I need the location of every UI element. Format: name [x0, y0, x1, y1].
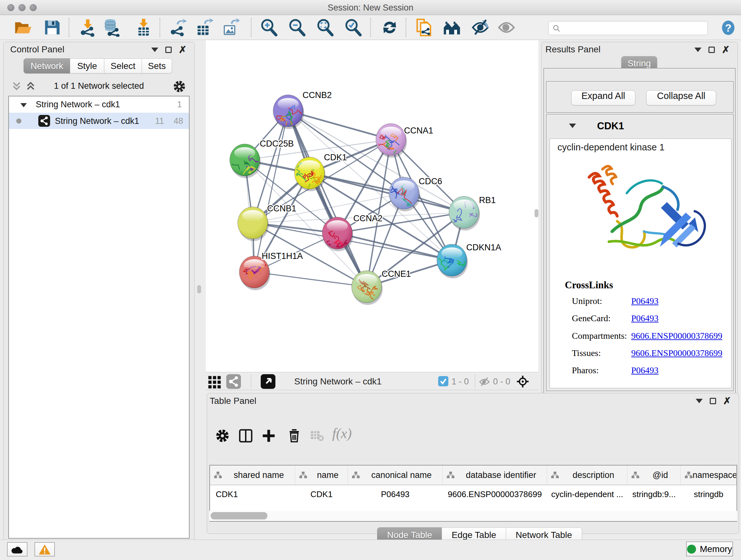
results-panel-float-icon[interactable] — [694, 48, 701, 52]
network-options-gear-icon[interactable] — [173, 80, 186, 95]
network-node-HIST1H1A[interactable]: HIST1H1A — [239, 251, 303, 290]
column-header-namespace[interactable]: namespace — [681, 465, 737, 485]
hide-selected-button[interactable] — [471, 18, 489, 37]
column-header-canonical-name[interactable]: canonical name — [348, 465, 443, 485]
network-tree-row[interactable]: String Network – cdk11 — [9, 97, 189, 113]
expand-collapse-row: Expand All Collapse All — [546, 81, 734, 113]
zoom-fit-button[interactable] — [316, 18, 334, 37]
table-panel-float-icon[interactable] — [696, 399, 703, 403]
node-result-section: CDK1 cyclin-dependent kinase 1 — [546, 114, 734, 391]
control-panel-tabs: NetworkStyleSelectSets — [24, 58, 172, 73]
table-panel-title: Table Panel — [210, 396, 256, 406]
tree-expander-icon[interactable] — [20, 100, 27, 110]
memory-button[interactable]: Memory — [686, 542, 733, 557]
open-session-button[interactable] — [13, 18, 32, 37]
protein-structure-image — [564, 155, 718, 279]
import-network-database-button[interactable] — [103, 18, 121, 37]
add-column-icon[interactable] — [261, 428, 276, 444]
control-panel-close-icon[interactable]: ✗ — [179, 47, 187, 53]
network-node-CDKN1A[interactable]: CDKN1A — [436, 243, 501, 278]
zoom-out-button[interactable] — [288, 18, 307, 37]
titlebar: Session: New Session — [0, 0, 741, 15]
network-node-RB1[interactable]: RB1 — [449, 195, 496, 231]
table-panel-close-icon[interactable]: ✗ — [723, 398, 731, 404]
svg-text:?: ? — [725, 22, 731, 34]
zoom-in-button[interactable] — [260, 18, 278, 37]
table-horizontal-scrollbar[interactable] — [209, 511, 737, 521]
cell-description[interactable]: cyclin-dependent ... — [547, 485, 627, 503]
cell-canonical-name[interactable]: P06493 — [348, 485, 443, 503]
left-splitter-handle[interactable] — [197, 285, 201, 294]
network-node-CCNB1[interactable]: CCNB1 — [238, 204, 296, 241]
network-canvas[interactable]: CCNB2CCNA1CDC25BCDK1CDC6RB1CCNB1CCNA2CDK… — [206, 40, 538, 372]
warning-button[interactable] — [35, 542, 55, 557]
hidden-eye-icon — [479, 376, 490, 389]
network-tree-row[interactable]: String Network – cdk11148 — [9, 113, 189, 129]
selected-checkbox-icon[interactable] — [438, 376, 448, 386]
edge-CCNB2-HIST1H1A[interactable] — [254, 111, 288, 272]
crosslink-label: Pharos: — [572, 365, 599, 375]
cloud-button[interactable] — [7, 542, 27, 557]
crosslink-row: Compartments:9606.ENSP00000378699 — [572, 331, 627, 341]
network-status-dot — [16, 118, 21, 124]
import-table-file-button[interactable] — [134, 18, 153, 37]
control-panel-maximize-icon[interactable] — [165, 47, 172, 53]
control-tab-sets[interactable]: Sets — [142, 58, 172, 73]
control-tab-select[interactable]: Select — [104, 58, 142, 73]
crosslink-value-link[interactable]: P06493 — [631, 296, 659, 306]
collection-count: 1 — [177, 100, 182, 110]
refresh-button[interactable] — [381, 18, 399, 37]
cell-shared-name[interactable]: CDK1 — [210, 485, 295, 503]
network-node-CCNB2[interactable]: CCNB2 — [273, 90, 332, 131]
export-table-button[interactable] — [195, 18, 213, 37]
crosslink-value-link[interactable]: 9606.ENSP00000378699 — [631, 331, 722, 341]
export-network-button[interactable] — [169, 18, 187, 37]
cell-database-identifier[interactable]: 9606.ENSP00000378699 — [443, 485, 547, 503]
right-splitter-handle[interactable] — [535, 209, 538, 217]
network-tree: String Network – cdk11String Network – c… — [8, 96, 190, 539]
table-row[interactable]: CDK1CDK1P064939606.ENSP00000378699cyclin… — [210, 485, 737, 503]
network-share-icon[interactable] — [226, 374, 241, 389]
network-node-CDK1[interactable]: CDK1 — [290, 152, 347, 191]
expand-all-button[interactable]: Expand All — [571, 90, 635, 105]
cell-name[interactable]: CDK1 — [295, 485, 348, 503]
results-panel: Results Panel ✗ String Expand All Collap… — [541, 42, 738, 396]
import-network-file-button[interactable] — [78, 18, 97, 37]
zoom-selected-button[interactable] — [344, 18, 362, 37]
cell--id[interactable]: stringdb:9... — [627, 485, 681, 503]
cell-namespace[interactable]: stringdb — [681, 485, 737, 503]
table-settings-gear-icon[interactable] — [215, 428, 230, 444]
main-toolbar: ? — [0, 15, 741, 40]
crosslink-value-link[interactable]: P06493 — [631, 365, 659, 375]
save-session-button[interactable] — [43, 18, 61, 37]
delete-column-icon[interactable] — [287, 428, 301, 444]
crosshair-icon[interactable] — [516, 375, 529, 389]
network-node-CDC6[interactable]: CDC6 — [389, 177, 442, 211]
section-collapse-icon[interactable] — [569, 124, 576, 128]
birds-eye-view-icon[interactable] — [261, 374, 275, 389]
results-panel-maximize-icon[interactable] — [709, 47, 715, 53]
control-panel-float-icon[interactable] — [151, 48, 158, 52]
column-header-name[interactable]: name — [295, 465, 348, 485]
edge-HIST1H1A-CCNE1[interactable] — [254, 272, 367, 287]
help-button[interactable]: ? — [721, 20, 736, 36]
control-tab-style[interactable]: Style — [70, 58, 105, 73]
clone-network-button[interactable] — [415, 18, 433, 37]
collapse-all-button[interactable]: Collapse All — [646, 90, 716, 105]
crosslink-value-link[interactable]: 9606.ENSP00000378699 — [631, 348, 722, 358]
grid-view-icon[interactable] — [207, 374, 222, 389]
table-panel-maximize-icon[interactable] — [710, 398, 716, 404]
export-image-button[interactable] — [221, 18, 239, 37]
results-panel-close-icon[interactable]: ✗ — [722, 47, 730, 53]
show-all-button[interactable] — [497, 18, 516, 37]
search-input[interactable] — [548, 21, 708, 35]
column-header--id[interactable]: @id — [627, 465, 681, 485]
column-header-database-identifier[interactable]: database identifier — [443, 465, 547, 485]
home-networks-button[interactable] — [443, 18, 461, 37]
show-columns-icon[interactable] — [239, 428, 253, 444]
control-tab-network[interactable]: Network — [23, 58, 70, 73]
column-header-description[interactable]: description — [547, 465, 627, 485]
node-section-header[interactable]: CDK1 — [547, 115, 733, 138]
column-header-shared-name[interactable]: shared name — [210, 465, 295, 485]
crosslink-value-link[interactable]: P06493 — [631, 313, 659, 323]
